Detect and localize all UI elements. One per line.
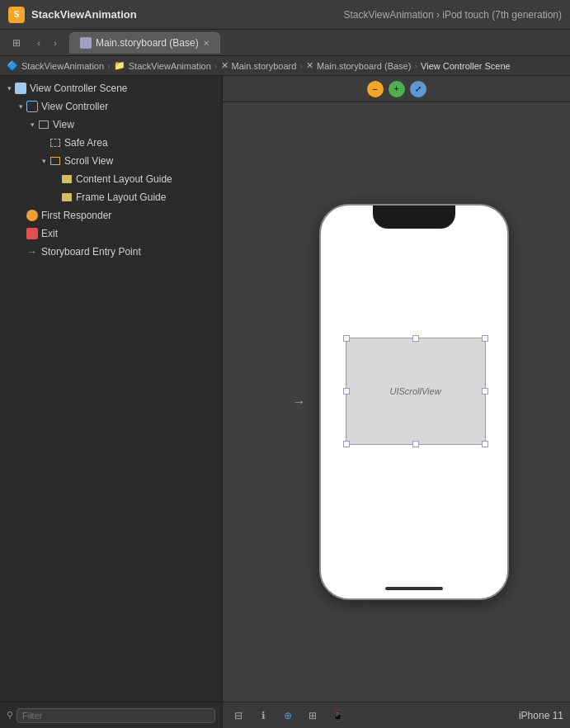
tree-label-safe-area: Safe Area: [64, 137, 108, 149]
handle-mr: [482, 388, 488, 395]
tree-item-view-controller-scene[interactable]: View Controller Scene: [0, 79, 222, 97]
handle-ml: [343, 388, 350, 395]
tree-item-scroll-view[interactable]: Scroll View: [0, 152, 222, 170]
handle-bl: [343, 441, 350, 447]
tree-label-scroll-view: Scroll View: [64, 155, 113, 167]
sep4: ›: [414, 61, 417, 71]
tree-label-first-responder: First Responder: [41, 210, 111, 221]
forward-arrow[interactable]: ›: [48, 35, 63, 50]
breadcrumb-storyboard[interactable]: Main.storyboard: [232, 61, 297, 71]
tree-item-frame-layout-guide[interactable]: Frame Layout Guide: [0, 188, 222, 206]
storyboard-arrow: →: [293, 395, 306, 409]
breadcrumb-scene[interactable]: View Controller Scene: [421, 61, 511, 71]
canvas-content[interactable]: → UIScrollView: [223, 102, 570, 702]
phone-frame: → UIScrollView: [319, 204, 509, 600]
tree-icon-vc: [26, 101, 38, 112]
minimize-button[interactable]: –: [367, 81, 384, 97]
tree-icon-view: [38, 119, 49, 130]
breadcrumb-base[interactable]: Main.storyboard (Base): [317, 61, 411, 71]
breadcrumb-storyboard-icon: ✕: [221, 60, 228, 71]
phone-notch: [373, 206, 455, 229]
app-icon: S: [8, 7, 25, 23]
breadcrumb-folder[interactable]: StackViewAnimation: [129, 61, 211, 71]
canvas: – + ⤢ →: [223, 76, 570, 728]
bottom-toolbar: ⊟ ℹ ⊕ ⊞ 📱 iPhone 11: [223, 702, 570, 728]
tree-icon-entry: →: [26, 246, 38, 258]
scroll-view-widget[interactable]: UIScrollView: [346, 338, 486, 445]
phone-outer: UIScrollView: [319, 204, 509, 600]
tab-close-button[interactable]: ✕: [203, 39, 210, 48]
sep2: ›: [214, 61, 218, 71]
connect-btn[interactable]: ⊕: [279, 707, 297, 725]
tree-icon-layout: [61, 191, 73, 203]
handle-tl: [343, 335, 350, 342]
tabbar: ⊞ ‹ › Main.storyboard (Base) ✕: [0, 30, 570, 56]
tree-item-first-responder[interactable]: First Responder: [0, 206, 222, 225]
canvas-toolbar: – + ⤢: [223, 76, 570, 102]
tree-label-view-controller: View Controller: [41, 101, 108, 112]
scroll-view-label: UIScrollView: [389, 386, 440, 396]
breadcrumb-base-icon: ✕: [306, 60, 313, 71]
info-btn[interactable]: ℹ: [254, 707, 272, 725]
titlebar: S StackViewAnimation StackViewAnimation …: [0, 0, 570, 30]
tree-arrow-view[interactable]: [26, 119, 38, 130]
app-name: StackViewAnimation: [31, 8, 137, 21]
tree-item-view[interactable]: View: [0, 116, 222, 134]
tree-label-exit: Exit: [41, 228, 58, 239]
device-type-btn[interactable]: 📱: [328, 707, 346, 725]
tree-label-frame-layout-guide: Frame Layout Guide: [76, 191, 166, 203]
sep1: ›: [107, 61, 111, 71]
tree-icon-safearea: [49, 137, 61, 149]
tree-arrow-view-controller-scene[interactable]: [3, 83, 15, 94]
breadcrumb-app[interactable]: StackViewAnimation: [21, 61, 104, 71]
main-area: View Controller SceneView ControllerView…: [0, 76, 570, 728]
tree-arrow-scroll-view[interactable]: [38, 155, 49, 167]
nav-arrows: ‹ ›: [31, 35, 63, 50]
device-label: iPhone 11: [519, 710, 563, 721]
tree: View Controller SceneView ControllerView…: [0, 76, 222, 702]
phone-home-bar: [385, 587, 443, 590]
storyboard-tab-icon: [80, 37, 92, 49]
handle-tm: [412, 335, 419, 342]
handle-bm: [412, 441, 419, 447]
tab-main-storyboard[interactable]: Main.storyboard (Base) ✕: [69, 32, 220, 54]
tree-item-content-layout-guide[interactable]: Content Layout Guide: [0, 170, 222, 188]
tree-item-storyboard-entry[interactable]: →Storyboard Entry Point: [0, 243, 222, 261]
tree-label-content-layout-guide: Content Layout Guide: [76, 173, 172, 185]
filter-icon: ⚲: [7, 710, 13, 721]
device-label: StackViewAnimation › iPod touch (7th gen…: [343, 9, 562, 21]
sep3: ›: [299, 61, 303, 71]
tree-item-safe-area[interactable]: Safe Area: [0, 134, 222, 152]
tree-item-view-controller[interactable]: View Controller: [0, 97, 222, 116]
tree-label-storyboard-entry: Storyboard Entry Point: [41, 246, 141, 258]
grid-icon[interactable]: ⊞: [7, 33, 26, 53]
breadcrumb-1[interactable]: 🔷: [7, 60, 18, 71]
sidebar: View Controller SceneView ControllerView…: [0, 76, 223, 728]
size-class-btn[interactable]: ⊞: [304, 707, 322, 725]
view-hierarchy-btn[interactable]: ⊟: [229, 707, 247, 725]
filter-bar: ⚲: [0, 702, 222, 728]
tab-label: Main.storyboard (Base): [96, 37, 199, 49]
tree-arrow-view-controller[interactable]: [15, 101, 26, 112]
tree-label-view: View: [53, 119, 74, 130]
tree-icon-scene: [15, 83, 26, 94]
tree-icon-responder: [26, 210, 38, 221]
breadcrumb: 🔷 StackViewAnimation › 📁 StackViewAnimat…: [0, 56, 570, 76]
filter-input[interactable]: [16, 708, 215, 723]
tree-label-view-controller-scene: View Controller Scene: [30, 83, 128, 94]
back-arrow[interactable]: ‹: [31, 35, 46, 50]
maximize-button[interactable]: ⤢: [410, 81, 426, 97]
tree-icon-layout: [61, 173, 73, 185]
tree-item-exit[interactable]: Exit: [0, 225, 222, 243]
zoom-button[interactable]: +: [389, 81, 405, 97]
breadcrumb-folder-icon: 📁: [114, 60, 125, 71]
tree-icon-exit: [26, 228, 38, 239]
handle-tr: [482, 335, 488, 342]
tree-icon-scrollview: [49, 155, 61, 167]
handle-br: [482, 441, 488, 447]
